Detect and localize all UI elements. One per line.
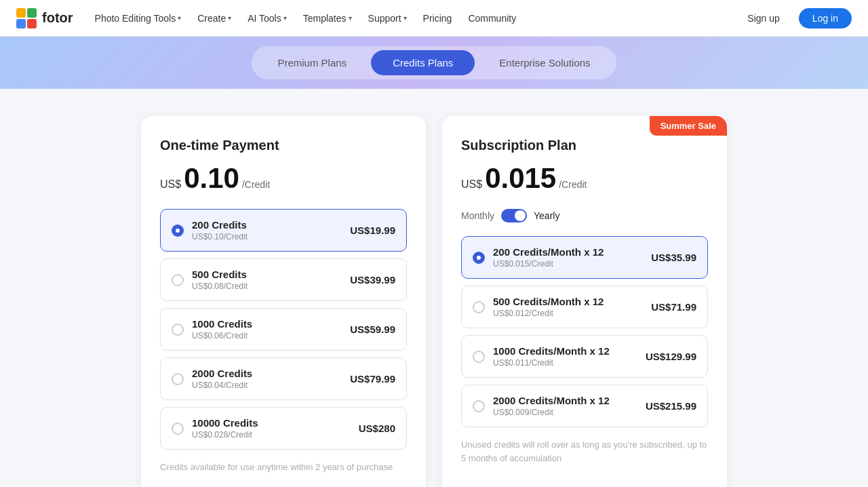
- option-name: 2000 Credits/Month x 12: [493, 395, 610, 406]
- option-name: 1000 Credits/Month x 12: [493, 345, 610, 357]
- chevron-down-icon: ▾: [228, 14, 231, 22]
- radio-button: [473, 252, 485, 264]
- tabs-container: Premium Plans Credits Plans Enterprise S…: [252, 46, 616, 79]
- main-content: One-time Payment US$ 0.10 /Credit 200 Cr…: [0, 89, 868, 487]
- option-name: 200 Credits: [192, 219, 248, 231]
- one-time-option-0[interactable]: 200 Credits US$0.10/Credit US$19.99: [160, 209, 407, 252]
- option-price: US$35.99: [651, 252, 696, 263]
- option-price: US$59.99: [350, 324, 395, 335]
- radio-button: [172, 423, 184, 435]
- nav-item-photo-editing[interactable]: Photo Editing Tools ▾: [88, 9, 189, 28]
- monthly-label: Monthly: [461, 210, 494, 221]
- option-price: US$71.99: [651, 301, 696, 313]
- billing-toggle-row: Monthly Yearly: [461, 209, 708, 222]
- subscription-card: Summer Sale Subscription Plan US$ 0.015 …: [442, 116, 727, 487]
- option-sub: US$0.10/Credit: [192, 232, 248, 241]
- option-price: US$79.99: [350, 373, 395, 385]
- option-sub: US$0.009/Credit: [493, 408, 610, 417]
- logo[interactable]: fotor: [16, 8, 73, 28]
- one-time-unit: /Credit: [242, 179, 270, 190]
- log-in-button[interactable]: Log in: [799, 8, 852, 28]
- option-name: 200 Credits/Month x 12: [493, 246, 604, 258]
- svg-rect-1: [27, 8, 37, 18]
- logo-text: fotor: [42, 10, 73, 26]
- subscription-currency: US$: [461, 178, 482, 191]
- radio-button: [473, 351, 485, 363]
- option-price: US$129.99: [646, 351, 696, 362]
- option-name: 2000 Credits: [192, 368, 252, 379]
- radio-button: [172, 274, 184, 286]
- nav-item-community[interactable]: Community: [461, 9, 523, 28]
- one-time-option-4[interactable]: 10000 Credits US$0.028/Credit US$280: [160, 407, 407, 450]
- summer-sale-badge: Summer Sale: [650, 116, 727, 136]
- logo-icon: [16, 8, 37, 28]
- option-sub: US$0.04/Credit: [192, 381, 252, 390]
- option-price: US$215.99: [646, 400, 696, 412]
- option-name: 500 Credits/Month x 12: [493, 296, 604, 307]
- nav-label: Community: [468, 13, 516, 24]
- nav-item-ai-tools[interactable]: AI Tools ▾: [241, 9, 294, 28]
- nav-item-support[interactable]: Support ▾: [361, 9, 414, 28]
- option-price: US$280: [359, 423, 395, 434]
- option-price: US$19.99: [350, 225, 395, 236]
- subscription-unit: /Credit: [559, 179, 587, 190]
- radio-button: [172, 373, 184, 385]
- radio-button: [473, 301, 485, 313]
- nav-item-pricing[interactable]: Pricing: [416, 9, 459, 28]
- tab-premium-plans[interactable]: Premium Plans: [256, 50, 368, 75]
- one-time-amount: 0.10: [184, 164, 239, 193]
- nav-item-templates[interactable]: Templates ▾: [296, 9, 359, 28]
- option-sub: US$0.028/Credit: [192, 430, 258, 440]
- one-time-option-1[interactable]: 500 Credits US$0.08/Credit US$39.99: [160, 258, 407, 301]
- one-time-price-line: US$ 0.10 /Credit: [160, 164, 407, 193]
- nav-label: Pricing: [423, 13, 452, 24]
- sub-option-0[interactable]: 200 Credits/Month x 12 US$0.015/Credit U…: [461, 236, 708, 279]
- nav-label: AI Tools: [248, 13, 281, 24]
- option-name: 10000 Credits: [192, 417, 258, 429]
- radio-button: [172, 324, 184, 336]
- radio-button: [473, 400, 485, 412]
- option-sub: US$0.011/Credit: [493, 358, 610, 368]
- option-sub: US$0.06/Credit: [192, 331, 252, 340]
- sign-up-button[interactable]: Sign up: [736, 8, 790, 28]
- nav-label: Support: [368, 13, 401, 24]
- nav-label: Photo Editing Tools: [95, 13, 176, 24]
- one-time-option-2[interactable]: 1000 Credits US$0.06/Credit US$59.99: [160, 308, 407, 351]
- subscription-amount: 0.015: [485, 164, 556, 193]
- tab-credits-plans[interactable]: Credits Plans: [371, 50, 475, 75]
- subscription-note: Unused credits will roll over as long as…: [461, 438, 708, 465]
- yearly-label: Yearly: [534, 210, 559, 221]
- nav-item-create[interactable]: Create ▾: [191, 9, 238, 28]
- svg-rect-2: [16, 19, 26, 28]
- billing-toggle[interactable]: [501, 209, 527, 222]
- nav-items: Photo Editing Tools ▾ Create ▾ AI Tools …: [88, 9, 524, 28]
- subscription-price-line: US$ 0.015 /Credit: [461, 164, 708, 193]
- navbar: fotor Photo Editing Tools ▾ Create ▾ AI …: [0, 0, 868, 37]
- option-price: US$39.99: [350, 274, 395, 286]
- one-time-option-3[interactable]: 2000 Credits US$0.04/Credit US$79.99: [160, 357, 407, 400]
- chevron-down-icon: ▾: [178, 14, 181, 22]
- sub-option-3[interactable]: 2000 Credits/Month x 12 US$0.009/Credit …: [461, 385, 708, 427]
- one-time-payment-card: One-time Payment US$ 0.10 /Credit 200 Cr…: [141, 116, 426, 487]
- option-name: 1000 Credits: [192, 318, 252, 330]
- chevron-down-icon: ▾: [403, 14, 407, 22]
- toggle-knob: [515, 210, 526, 221]
- option-name: 500 Credits: [192, 269, 248, 280]
- one-time-title: One-time Payment: [160, 138, 407, 153]
- navbar-left: fotor Photo Editing Tools ▾ Create ▾ AI …: [16, 8, 523, 28]
- chevron-down-icon: ▾: [283, 14, 287, 22]
- chevron-down-icon: ▾: [349, 14, 352, 22]
- one-time-currency: US$: [160, 178, 181, 191]
- sub-option-1[interactable]: 500 Credits/Month x 12 US$0.012/Credit U…: [461, 286, 708, 328]
- navbar-right: Sign up Log in: [736, 8, 852, 28]
- subscription-title: Subscription Plan: [461, 138, 708, 153]
- tab-enterprise-solutions[interactable]: Enterprise Solutions: [477, 50, 612, 75]
- option-sub: US$0.08/Credit: [192, 281, 248, 291]
- one-time-note: Credits available for use anytime within…: [160, 461, 407, 474]
- option-sub: US$0.012/Credit: [493, 309, 604, 318]
- nav-label: Create: [197, 13, 226, 24]
- svg-rect-0: [16, 8, 26, 18]
- sub-option-2[interactable]: 1000 Credits/Month x 12 US$0.011/Credit …: [461, 335, 708, 378]
- nav-label: Templates: [303, 13, 347, 24]
- tabs-bar: Premium Plans Credits Plans Enterprise S…: [0, 37, 868, 89]
